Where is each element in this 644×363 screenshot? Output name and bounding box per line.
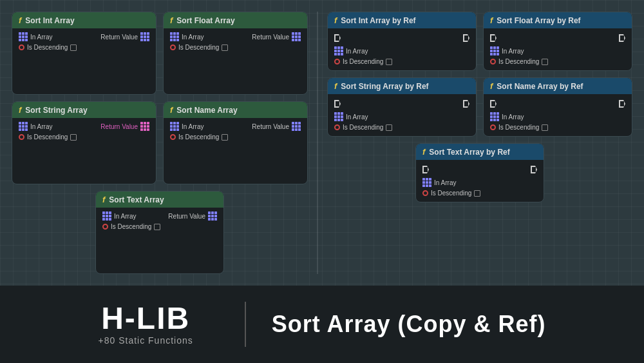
- is-descending-checkbox[interactable]: [386, 59, 392, 65]
- exec-pin-in: [490, 100, 497, 108]
- in-array-row: In Array: [334, 112, 469, 121]
- bool-pin: [490, 59, 496, 64]
- in-array-label: In Array: [114, 213, 136, 220]
- node-sort-name-array-ref: f Sort Name Array by Ref: [483, 77, 632, 137]
- exec-row: [334, 32, 469, 44]
- node-body: In Array Is Descending: [328, 94, 476, 136]
- bool-pin: [19, 134, 24, 140]
- brand-subtitle: +80 Static Functions: [99, 335, 193, 346]
- in-array-label: In Array: [502, 48, 524, 55]
- exec-row: [490, 98, 625, 110]
- is-descending-checkbox[interactable]: [70, 134, 77, 141]
- return-label: Return Value: [252, 123, 289, 130]
- in-array-label: In Array: [182, 123, 204, 130]
- main-label: Sort Array (Copy & Ref): [272, 311, 546, 338]
- blueprint-area: f Sort Int Array In Array: [0, 0, 644, 286]
- array-pin-in: [170, 32, 179, 41]
- node-sort-name-array: f Sort Name Array In Array: [163, 101, 308, 184]
- node-header-sort-int-array-ref: f Sort Int Array by Ref: [328, 12, 476, 28]
- func-icon: f: [19, 105, 21, 115]
- array-pin-in: [334, 112, 343, 121]
- node-header-sort-text-array: f Sort Text Array: [96, 191, 223, 208]
- is-descending-checkbox[interactable]: [70, 44, 77, 51]
- array-pin-out: [292, 32, 301, 41]
- node-sort-int-array-ref: f Sort Int Array by Ref: [327, 12, 477, 71]
- func-icon: f: [422, 147, 425, 157]
- in-array-label: In Array: [30, 123, 52, 130]
- node-title-sort-name-array-ref: Sort Name Array by Ref: [497, 82, 583, 91]
- is-descending-checkbox[interactable]: [542, 124, 548, 131]
- in-array-label: In Array: [346, 48, 368, 55]
- in-array-row: In Array: [490, 112, 625, 121]
- func-icon: f: [334, 81, 337, 91]
- node-title-sort-float-array: Sort Float Array: [176, 16, 234, 25]
- bar-divider: [245, 302, 246, 347]
- func-icon: f: [490, 15, 493, 25]
- func-icon: f: [490, 81, 493, 91]
- is-descending-row: Is Descending: [102, 223, 217, 230]
- is-descending-label: Is Descending: [343, 124, 383, 131]
- exec-pin-in: [422, 166, 429, 173]
- node-sort-string-array-ref: f Sort String Array by Ref: [327, 77, 477, 137]
- is-descending-checkbox[interactable]: [222, 44, 228, 51]
- in-array-label: In Array: [346, 113, 368, 121]
- is-descending-checkbox[interactable]: [542, 59, 548, 65]
- in-array-row: In Array: [422, 178, 537, 187]
- array-pin-in: [422, 178, 431, 187]
- exec-pin-out: [619, 100, 625, 108]
- is-descending-label: Is Descending: [27, 133, 68, 141]
- in-array-row: In Array Return Value: [170, 32, 301, 41]
- bool-pin: [170, 134, 176, 140]
- node-sort-int-array: f Sort Int Array In Array: [12, 12, 156, 95]
- node-body: In Array Is Descending: [416, 160, 544, 202]
- array-pin-in: [170, 122, 179, 131]
- bool-pin: [422, 190, 428, 196]
- is-descending-label: Is Descending: [343, 58, 383, 65]
- exec-pin-out: [463, 100, 469, 108]
- func-icon: f: [170, 15, 173, 25]
- func-icon: f: [170, 105, 173, 115]
- node-sort-text-array-ref: f Sort Text Array by Ref: [415, 143, 544, 202]
- node-title-sort-text-array-ref: Sort Text Array by Ref: [429, 148, 509, 157]
- exec-pin-in: [334, 34, 341, 42]
- panel-divider: [317, 12, 318, 274]
- is-descending-checkbox[interactable]: [222, 134, 228, 141]
- func-icon: f: [334, 15, 337, 25]
- func-icon: f: [19, 15, 21, 25]
- is-descending-row: Is Descending: [422, 190, 537, 197]
- node-title-sort-name-array: Sort Name Array: [176, 106, 237, 115]
- is-descending-checkbox[interactable]: [386, 124, 392, 131]
- is-descending-label: Is Descending: [111, 223, 151, 230]
- node-sort-text-array: f Sort Text Array In Array: [95, 191, 224, 274]
- is-descending-row: Is Descending: [19, 44, 149, 51]
- exec-pin-out: [531, 166, 537, 173]
- in-array-row: In Array: [334, 46, 469, 55]
- bool-pin: [19, 44, 24, 50]
- is-descending-checkbox[interactable]: [154, 224, 160, 230]
- node-header-sort-string-array-ref: f Sort String Array by Ref: [328, 78, 476, 94]
- node-header-sort-float-array-ref: f Sort Float Array by Ref: [484, 12, 632, 28]
- exec-pin-out: [463, 34, 469, 42]
- node-title-sort-float-array-ref: Sort Float Array by Ref: [497, 16, 580, 25]
- array-pin-in: [19, 122, 28, 131]
- exec-row: [490, 32, 625, 44]
- node-header-sort-float-array: f Sort Float Array: [164, 12, 307, 28]
- array-pin-in: [490, 46, 499, 55]
- bool-pin: [490, 124, 496, 130]
- node-body: In Array Return Value: [12, 28, 156, 56]
- is-descending-label: Is Descending: [498, 124, 539, 131]
- return-label: Return Value: [100, 34, 138, 41]
- left-panel: f Sort Int Array In Array: [12, 12, 308, 274]
- exec-row: [334, 98, 469, 110]
- array-pin-out: [140, 32, 149, 41]
- in-array-label: In Array: [502, 113, 524, 121]
- node-header-sort-text-array-ref: f Sort Text Array by Ref: [416, 144, 544, 160]
- is-descending-checkbox[interactable]: [474, 190, 480, 197]
- node-title-sort-string-array-ref: Sort String Array by Ref: [341, 82, 428, 91]
- exec-pin-out: [619, 34, 625, 42]
- is-descending-label: Is Descending: [27, 44, 68, 51]
- in-array-row: In Array Return Value: [102, 211, 217, 221]
- node-header-sort-name-array: f Sort Name Array: [164, 102, 307, 118]
- in-array-label: In Array: [182, 34, 204, 41]
- array-pin-in: [490, 112, 499, 121]
